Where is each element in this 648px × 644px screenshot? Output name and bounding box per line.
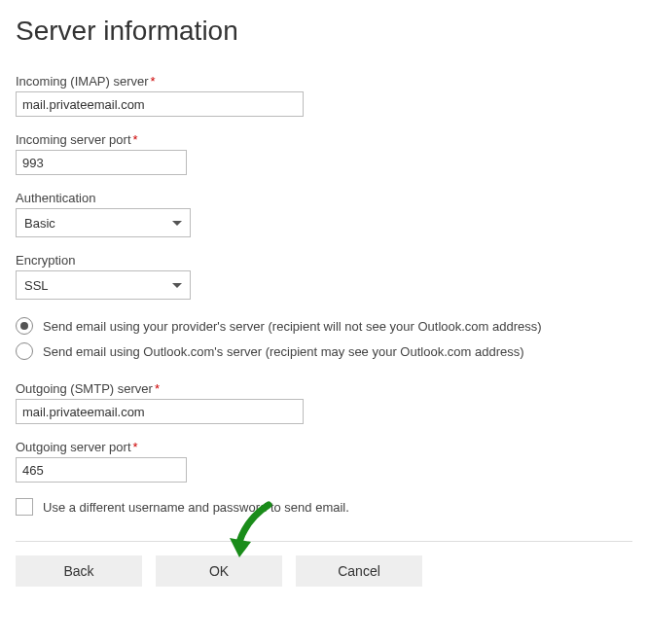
label-text: Incoming server port (16, 132, 131, 147)
incoming-server-label: Incoming (IMAP) server* (16, 74, 632, 89)
encryption-value: SSL (24, 278, 49, 293)
authentication-value: Basic (24, 216, 55, 231)
incoming-port-field: Incoming server port* (16, 132, 632, 175)
radio-icon (16, 317, 33, 335)
required-marker: * (151, 74, 156, 89)
incoming-port-label: Incoming server port* (16, 132, 632, 147)
label-text: Outgoing (SMTP) server (16, 381, 153, 396)
send-via-group: Send email using your provider's server … (16, 317, 632, 360)
outgoing-port-input[interactable] (16, 457, 187, 483)
radio-icon (16, 342, 33, 360)
encryption-label: Encryption (16, 253, 632, 268)
send-via-outlook-radio[interactable]: Send email using Outlook.com's server (r… (16, 342, 632, 360)
outgoing-port-label: Outgoing server port* (16, 440, 632, 454)
label-text: Incoming (IMAP) server (16, 74, 149, 89)
authentication-select[interactable]: Basic (16, 208, 191, 237)
incoming-port-input[interactable] (16, 150, 187, 175)
divider (16, 541, 632, 542)
outgoing-server-input[interactable] (16, 399, 304, 424)
authentication-field: Authentication Basic (16, 191, 632, 237)
label-text: Outgoing server port (16, 440, 131, 454)
outgoing-server-label: Outgoing (SMTP) server* (16, 381, 632, 396)
incoming-server-input[interactable] (16, 91, 304, 117)
encryption-field: Encryption SSL (16, 253, 632, 300)
cancel-button[interactable]: Cancel (296, 555, 422, 587)
required-marker: * (155, 381, 160, 396)
authentication-label: Authentication (16, 191, 632, 205)
chevron-down-icon (172, 283, 182, 288)
back-button[interactable]: Back (16, 555, 142, 587)
checkbox-label: Use a different username and password to… (43, 500, 349, 515)
encryption-select[interactable]: SSL (16, 270, 191, 300)
required-marker: * (133, 132, 138, 147)
page-title: Server information (16, 16, 632, 47)
checkbox-icon (16, 498, 33, 516)
required-marker: * (133, 440, 138, 454)
radio-label: Send email using your provider's server … (43, 319, 542, 334)
radio-label: Send email using Outlook.com's server (r… (43, 344, 524, 359)
send-via-provider-radio[interactable]: Send email using your provider's server … (16, 317, 632, 335)
diff-credentials-checkbox[interactable]: Use a different username and password to… (16, 498, 632, 516)
ok-button[interactable]: OK (156, 555, 282, 587)
outgoing-server-field: Outgoing (SMTP) server* (16, 381, 632, 424)
button-row: Back OK Cancel (16, 555, 632, 587)
outgoing-port-field: Outgoing server port* (16, 440, 632, 483)
chevron-down-icon (172, 221, 182, 226)
incoming-server-field: Incoming (IMAP) server* (16, 74, 632, 117)
